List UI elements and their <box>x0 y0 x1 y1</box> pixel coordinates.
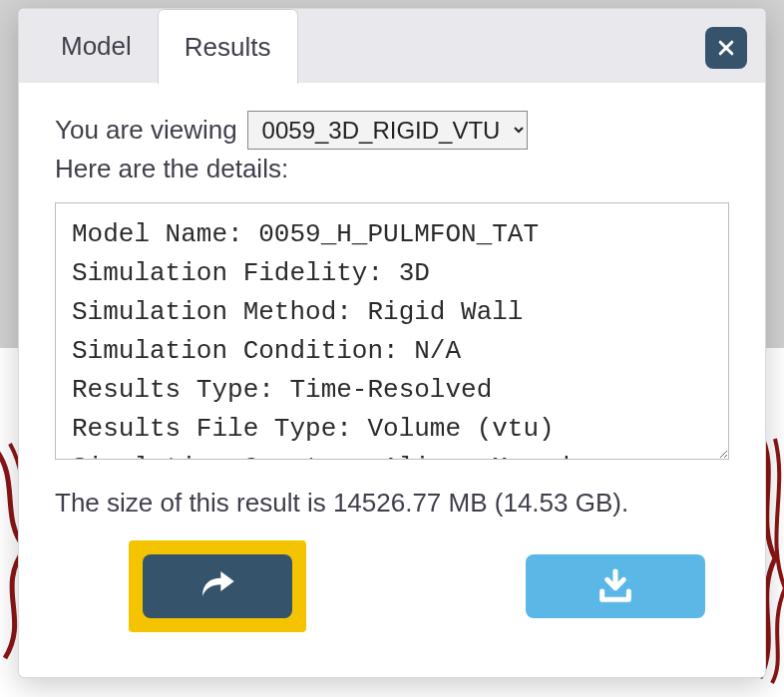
details-box[interactable]: Model Name: 0059_H_PULMFON_TAT Simulatio… <box>55 202 729 460</box>
details-label: Here are the details: <box>55 154 729 184</box>
button-row <box>55 540 729 632</box>
close-button[interactable] <box>705 27 747 69</box>
detail-line: Simulation Creator: Alison Marsden <box>72 449 712 460</box>
tab-results-label: Results <box>185 32 271 63</box>
tab-model-label: Model <box>61 31 132 62</box>
detail-line: Simulation Condition: N/A <box>72 332 712 371</box>
download-icon <box>595 566 635 606</box>
detail-line: Results Type: Time-Resolved <box>72 371 712 410</box>
results-modal: Model Results You are viewing 0059_3D_RI… <box>18 8 766 678</box>
close-icon <box>716 38 736 58</box>
size-line: The size of this result is 14526.77 MB (… <box>55 488 729 519</box>
detail-line: Simulation Method: Rigid Wall <box>72 293 712 332</box>
modal-body: You are viewing 0059_3D_RIGID_VTU Here a… <box>19 83 765 677</box>
viewing-prefix: You are viewing <box>55 115 237 146</box>
download-button[interactable] <box>526 554 705 618</box>
tab-results[interactable]: Results <box>158 9 298 84</box>
detail-line: Model Name: 0059_H_PULMFON_TAT <box>72 215 712 254</box>
share-highlight-frame <box>129 540 306 632</box>
result-select[interactable]: 0059_3D_RIGID_VTU <box>247 111 528 150</box>
detail-line: Results File Type: Volume (vtu) <box>72 410 712 449</box>
tab-bar: Model Results <box>19 9 765 83</box>
tab-model[interactable]: Model <box>35 9 158 83</box>
share-button[interactable] <box>143 554 292 618</box>
viewing-row: You are viewing 0059_3D_RIGID_VTU <box>55 111 729 150</box>
share-icon <box>197 566 237 606</box>
detail-line: Simulation Fidelity: 3D <box>72 254 712 293</box>
